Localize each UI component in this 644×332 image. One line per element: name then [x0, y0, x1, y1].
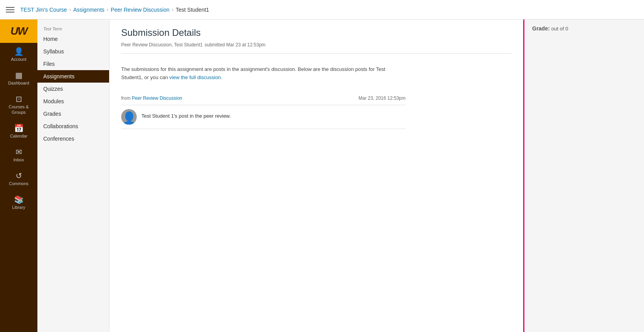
breadcrumb-sep-3: › [172, 7, 173, 12]
nav-account-label: Account [11, 57, 26, 62]
post-from-link[interactable]: Peer Review Discussion [132, 95, 182, 101]
submission-info-box: The submissions for this assignment are … [121, 60, 406, 90]
nav-library[interactable]: 📚 Library [0, 191, 37, 215]
breadcrumb-sep-1: › [69, 7, 71, 12]
course-nav-syllabus[interactable]: Syllabus [37, 45, 109, 58]
grading-panel: Grade: out of 0 [523, 19, 644, 332]
view-full-discussion-link[interactable]: view the full discussion. [169, 74, 222, 80]
library-icon: 📚 [14, 196, 24, 203]
nav-commons-label: Commons [9, 181, 28, 186]
nav-inbox[interactable]: ✉ Inbox [0, 143, 37, 167]
dashboard-icon: ▦ [15, 71, 23, 79]
nav-commons[interactable]: ↺ Commons [0, 167, 37, 191]
global-nav: UW 👤 Account ▦ Dashboard ⊡ Courses &Grou… [0, 19, 37, 332]
commons-icon: ↺ [16, 172, 22, 180]
breadcrumb-assignments[interactable]: Assignments [73, 7, 104, 13]
post-timestamp: Mar 23, 2016 12:53pm [358, 95, 406, 101]
account-icon: 👤 [14, 48, 24, 55]
course-nav-home[interactable]: Home [37, 33, 109, 45]
main-container: UW 👤 Account ▦ Dashboard ⊡ Courses &Grou… [0, 19, 644, 332]
content-area: Submission Details Peer Review Discussio… [109, 19, 644, 332]
course-nav-collaborations[interactable]: Collaborations [37, 120, 109, 132]
calendar-icon: 📅 [14, 124, 24, 132]
breadcrumb-student: Test Student1 [176, 7, 209, 13]
course-nav-modules[interactable]: Modules [37, 95, 109, 108]
logo[interactable]: UW [0, 19, 37, 43]
course-term: Test Term [37, 23, 109, 33]
post-content: 👤 Test Student 1's post in the peer revi… [121, 105, 406, 129]
submission-title: Submission Details [121, 27, 512, 38]
nav-courses-label: Courses &Groups [9, 104, 28, 115]
breadcrumb: TEST Jim's Course › Assignments › Peer R… [20, 7, 209, 13]
grade-label: Grade: [532, 25, 550, 32]
hamburger-button[interactable] [6, 7, 14, 12]
course-nav: Test Term Home Syllabus Files Assignment… [37, 19, 109, 332]
nav-courses[interactable]: ⊡ Courses &Groups [0, 90, 37, 119]
course-nav-grades[interactable]: Grades [37, 108, 109, 120]
logo-text: UW [11, 25, 27, 37]
submission-container: Submission Details Peer Review Discussio… [109, 19, 644, 332]
course-nav-quizzes[interactable]: Quizzes [37, 83, 109, 95]
nav-dashboard[interactable]: ▦ Dashboard [0, 67, 37, 90]
meta-assignment: Peer Review Discussion, Test Student1 [121, 42, 203, 48]
top-nav: TEST Jim's Course › Assignments › Peer R… [0, 0, 644, 19]
meta-submitted: submitted Mar 23 at 12:53pm [205, 42, 265, 48]
submission-meta: Peer Review Discussion, Test Student1 su… [121, 42, 512, 54]
discussion-post-area: from Peer Review Discussion Mar 23, 2016… [121, 95, 406, 129]
post-from-label: from [121, 95, 131, 101]
course-nav-assignments[interactable]: Assignments [37, 70, 109, 83]
inbox-icon: ✉ [16, 148, 22, 156]
breadcrumb-course[interactable]: TEST Jim's Course [20, 7, 67, 13]
grade-value: out of 0 [551, 26, 568, 32]
nav-account[interactable]: 👤 Account [0, 43, 37, 67]
nav-calendar-label: Calendar [10, 134, 28, 139]
nav-library-label: Library [12, 205, 25, 210]
nav-inbox-label: Inbox [14, 157, 24, 162]
avatar-icon: 👤 [122, 111, 136, 125]
post-from: from Peer Review Discussion [121, 95, 182, 101]
course-nav-files[interactable]: Files [37, 58, 109, 70]
courses-icon: ⊡ [16, 95, 22, 103]
nav-calendar[interactable]: 📅 Calendar [0, 120, 37, 143]
post-avatar: 👤 [121, 109, 137, 125]
info-text-1: The submissions for this assignment are … [121, 66, 385, 80]
breadcrumb-sep-2: › [107, 7, 108, 12]
post-text: Test Student 1's post in the peer review… [141, 109, 231, 119]
nav-dashboard-label: Dashboard [8, 81, 29, 86]
submission-main: Submission Details Peer Review Discussio… [109, 19, 523, 332]
breadcrumb-discussion[interactable]: Peer Review Discussion [111, 7, 169, 13]
course-nav-conferences[interactable]: Conferences [37, 132, 109, 145]
post-header: from Peer Review Discussion Mar 23, 2016… [121, 95, 406, 101]
